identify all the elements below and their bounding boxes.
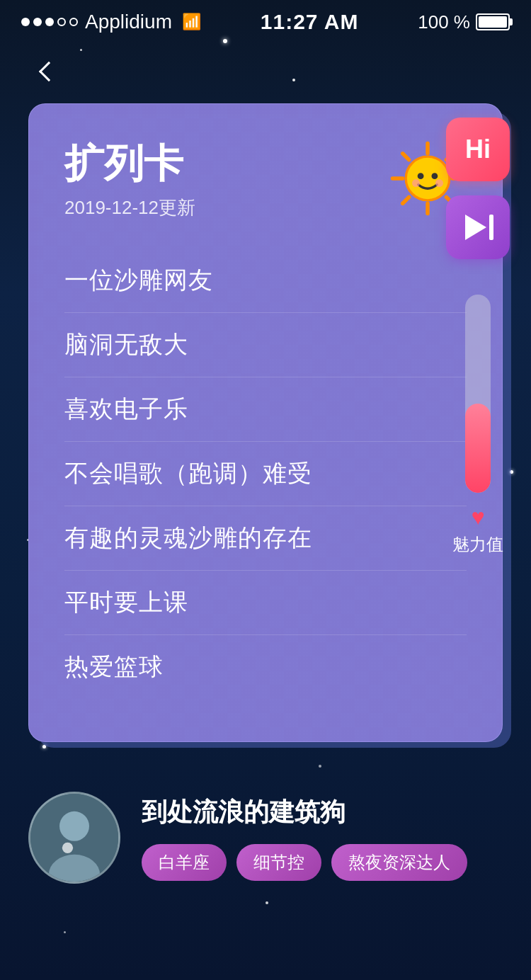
status-right: 100 % (418, 11, 510, 33)
hi-label: Hi (465, 135, 491, 164)
svg-point-12 (435, 179, 443, 187)
heart-icon: ♥ (472, 504, 485, 530)
card-header: 扩列卡 2019-12-12更新 (64, 139, 467, 220)
meter-fill (465, 404, 491, 493)
svg-point-10 (432, 173, 438, 179)
user-profile: 到处流浪的建筑狗 白羊座细节控熬夜资深达人 (0, 763, 531, 912)
user-tag[interactable]: 熬夜资深达人 (331, 844, 467, 881)
card-title-area: 扩列卡 2019-12-12更新 (64, 139, 195, 220)
card-date: 2019-12-12更新 (64, 195, 195, 220)
user-name: 到处流浪的建筑狗 (142, 795, 503, 830)
signal-dot-5 (69, 18, 78, 26)
svg-point-11 (412, 179, 420, 187)
card-list: 一位沙雕网友脑洞无敌大喜欢电子乐不会唱歌（跑调）难受有趣的灵魂沙雕的存在平时要上… (64, 249, 467, 699)
svg-point-8 (406, 156, 450, 200)
list-item: 脑洞无敌大 (64, 313, 467, 377)
avatar (28, 792, 120, 884)
back-button[interactable] (28, 54, 64, 89)
list-item: 一位沙雕网友 (64, 249, 467, 313)
list-item: 平时要上课 (64, 571, 467, 635)
user-tag[interactable]: 白羊座 (142, 844, 227, 881)
play-button[interactable] (446, 195, 510, 259)
battery-fill (479, 16, 507, 28)
card-container: 扩列卡 2019-12-12更新 (28, 103, 503, 742)
user-tags: 白羊座细节控熬夜资深达人 (142, 844, 503, 881)
signal-indicator (21, 18, 78, 26)
svg-line-4 (403, 154, 409, 160)
list-item: 喜欢电子乐 (64, 377, 467, 442)
svg-line-7 (403, 197, 409, 203)
user-tag[interactable]: 细节控 (236, 844, 321, 881)
signal-dot-4 (57, 18, 66, 26)
user-info: 到处流浪的建筑狗 白羊座细节控熬夜资深达人 (142, 795, 503, 881)
signal-dot-2 (33, 18, 42, 26)
battery-indicator (476, 13, 510, 30)
list-item: 有趣的灵魂沙雕的存在 (64, 506, 467, 571)
main-card: 扩列卡 2019-12-12更新 (28, 103, 503, 742)
wifi-icon: 📶 (182, 13, 201, 31)
svg-point-14 (59, 811, 89, 841)
list-item: 热爱篮球 (64, 635, 467, 699)
main-content: 扩列卡 2019-12-12更新 (0, 103, 531, 742)
list-item: 不会唱歌（跑调）难受 (64, 442, 467, 506)
battery-percent: 100 % (418, 11, 470, 33)
svg-point-16 (62, 843, 73, 853)
hi-button[interactable]: Hi (446, 118, 510, 181)
signal-dot-1 (21, 18, 30, 26)
meter-label-area: ♥ 魅力值 (452, 504, 503, 556)
card-title: 扩列卡 (64, 139, 195, 187)
carrier-name: Applidium (85, 11, 172, 33)
skip-bar-icon (489, 215, 493, 240)
meter-label: 魅力值 (452, 533, 503, 556)
status-time: 11:27 AM (261, 10, 359, 34)
battery-bar (476, 13, 510, 30)
skip-icon (462, 215, 493, 240)
status-bar: Applidium 📶 11:27 AM 100 % (0, 0, 531, 40)
right-sidebar: Hi ♥ 魅力值 (446, 118, 510, 556)
svg-point-9 (418, 173, 424, 179)
back-chevron-icon (39, 62, 59, 81)
play-triangle-icon (465, 215, 486, 240)
signal-dot-3 (45, 18, 54, 26)
meter-container: ♥ 魅力值 (452, 295, 503, 556)
meter-track (465, 295, 491, 493)
status-left: Applidium 📶 (21, 11, 201, 33)
